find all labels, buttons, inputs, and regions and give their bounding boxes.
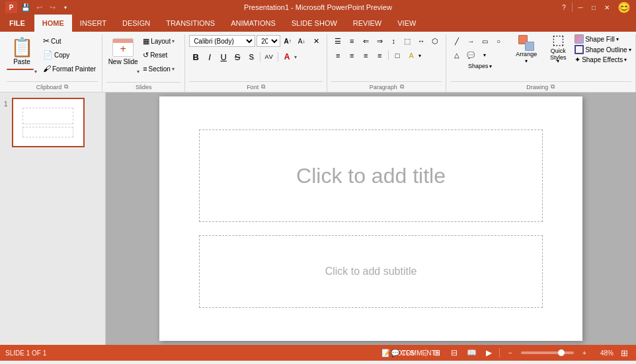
text-fill-arrow[interactable]: ▾ — [418, 53, 421, 59]
callout-shape[interactable]: 💬 — [464, 48, 477, 61]
increase-indent-button[interactable]: ⇒ — [373, 34, 386, 48]
tab-insert[interactable]: INSERT — [72, 15, 114, 32]
font-color-button[interactable]: A — [280, 50, 294, 63]
close-button[interactable]: ✕ — [602, 3, 612, 12]
font-name-select[interactable]: Calibri (Body) — [189, 35, 255, 47]
italic-button[interactable]: I — [203, 50, 216, 63]
quick-styles-arrow[interactable]: ▾ — [557, 58, 559, 64]
title-placeholder[interactable]: Click to add title — [199, 129, 543, 222]
font-size-select[interactable]: 20 — [257, 35, 280, 47]
fit-slide-button[interactable]: ⊞ — [617, 347, 631, 359]
quick-styles-button[interactable]: ⬚ Quick Styles — [546, 34, 570, 58]
arrange-button[interactable]: Arrange — [514, 34, 538, 58]
shadow-text-button[interactable]: □ — [391, 49, 404, 62]
tab-design[interactable]: DESIGN — [114, 15, 158, 32]
justify-button[interactable]: ≡ — [373, 49, 386, 62]
minimize-button[interactable]: ─ — [575, 3, 586, 12]
drawing-launcher[interactable]: ⧉ — [551, 83, 555, 91]
arrow-shape[interactable]: → — [464, 34, 477, 48]
canvas-area: Click to add title Click to add subtitle — [106, 92, 636, 345]
bold-button[interactable]: B — [189, 50, 202, 63]
slideshow-button[interactable]: ▶ — [482, 347, 495, 359]
oval-shape[interactable]: ○ — [492, 34, 505, 48]
clipboard-launcher[interactable]: ⧉ — [64, 83, 68, 91]
thumb-subtitle — [22, 127, 73, 137]
font-launcher[interactable]: ⧉ — [261, 83, 265, 91]
subtitle-placeholder[interactable]: Click to add subtitle — [199, 235, 543, 308]
zoom-in-button[interactable]: + — [578, 347, 591, 359]
drawing-group-content: ╱ → ▭ ○ △ 💬 ▾ Shapes ▾ — [450, 34, 631, 80]
shadow-button[interactable]: S — [245, 50, 258, 63]
para-sep — [388, 51, 389, 60]
quick-styles-icon: ⬚ — [552, 32, 565, 48]
clear-formatting-button[interactable]: ✕ — [309, 34, 323, 48]
new-slide-arrow[interactable]: ▾ — [106, 69, 139, 75]
align-center-button[interactable]: ≡ — [345, 49, 358, 62]
save-button[interactable]: 💾 — [20, 1, 32, 13]
normal-view-button[interactable]: ⊞ — [430, 347, 444, 359]
strikethrough-button[interactable]: S — [231, 50, 244, 63]
reading-view-button[interactable]: 📖 — [465, 347, 478, 359]
decrease-font-button[interactable]: A↓ — [295, 34, 308, 48]
bullets-button[interactable]: ☰ — [331, 34, 344, 48]
reset-button[interactable]: ↺ Reset — [141, 48, 180, 61]
decrease-indent-button[interactable]: ⇐ — [359, 34, 372, 48]
paragraph-row1: ☰ ≡ ⇐ ⇒ ↕ ⬚ ↔ ⬡ — [331, 34, 442, 48]
text-fill-button[interactable]: A — [405, 49, 418, 62]
arrange-arrow[interactable]: ▾ — [525, 58, 528, 64]
restore-button[interactable]: □ — [588, 3, 599, 12]
arrange-icon — [518, 35, 534, 51]
layout-button[interactable]: ▦ Layout ▾ — [141, 34, 180, 48]
shape-effects-button[interactable]: ✦ Shape Effects ▾ — [575, 55, 631, 64]
font-color-arrow[interactable]: ▾ — [294, 54, 297, 60]
shape-outline-button[interactable]: Shape Outline ▾ — [575, 45, 631, 54]
text-direction-button[interactable]: ↔ — [415, 34, 428, 48]
tab-review[interactable]: REVIEW — [345, 15, 389, 32]
tab-file[interactable]: FILE — [0, 15, 34, 32]
underline-button[interactable]: U — [217, 50, 230, 63]
convert-smartart-button[interactable]: ⬡ — [428, 34, 442, 48]
shape-effects-arrow[interactable]: ▾ — [624, 57, 627, 63]
zoom-out-button[interactable]: − — [504, 347, 517, 359]
shape-fill-arrow[interactable]: ▾ — [616, 36, 619, 42]
quick-styles-area: ⬚ Quick Styles ▾ — [543, 34, 573, 64]
undo-button[interactable]: ↩ — [33, 1, 45, 13]
help-button[interactable]: ? — [559, 3, 569, 12]
tab-slideshow[interactable]: SLIDE SHOW — [284, 15, 345, 32]
line-shape[interactable]: ╱ — [450, 34, 463, 48]
tab-view[interactable]: VIEW — [389, 15, 424, 32]
paste-button[interactable]: 📋 Paste — [7, 34, 37, 69]
numbering-button[interactable]: ≡ — [345, 34, 358, 48]
paragraph-launcher[interactable]: ⧉ — [400, 83, 404, 91]
slide-sorter-button[interactable]: ⊟ — [448, 347, 461, 359]
paste-dropdown-arrow[interactable]: ▾ — [34, 69, 37, 75]
align-left-button[interactable]: ≡ — [331, 49, 344, 62]
cut-button[interactable]: ✂ Cut — [41, 34, 98, 48]
tab-transitions[interactable]: TRANSITIONS — [158, 15, 223, 32]
shapes-grid: ╱ → ▭ ○ △ 💬 ▾ — [450, 34, 510, 61]
triangle-shape[interactable]: △ — [450, 48, 463, 61]
columns-button[interactable]: ⬚ — [401, 34, 414, 48]
zoom-thumb[interactable] — [558, 349, 565, 356]
line-spacing-button[interactable]: ↕ — [387, 34, 400, 48]
tab-animations[interactable]: ANIMATIONS — [223, 15, 284, 32]
tab-home[interactable]: HOME — [34, 15, 72, 32]
customize-quick-access[interactable]: ▾ — [60, 1, 71, 13]
align-right-button[interactable]: ≡ — [359, 49, 372, 62]
more-shapes-btn[interactable]: ▾ — [478, 48, 491, 61]
new-slide-button[interactable]: + New Slide — [106, 34, 139, 69]
zoom-slider[interactable] — [521, 351, 574, 354]
shape-fill-button[interactable]: Shape Fill ▾ — [575, 34, 631, 44]
comments-button[interactable]: 💬 COMMENTS — [409, 347, 422, 359]
shape-outline-arrow[interactable]: ▾ — [629, 47, 631, 53]
shapes-arrow[interactable]: ▾ — [489, 63, 492, 69]
section-button[interactable]: ≡ Section ▾ — [141, 62, 180, 75]
rect-shape[interactable]: ▭ — [478, 34, 491, 48]
slide-thumbnail[interactable] — [12, 98, 85, 147]
char-spacing-button[interactable]: AV — [262, 50, 276, 63]
increase-font-button[interactable]: A↑ — [281, 34, 294, 48]
format-painter-button[interactable]: 🖌 Format Painter — [41, 62, 98, 75]
redo-button[interactable]: ↪ — [46, 1, 58, 13]
status-right: 📝 NOTES 💬 COMMENTS ⊞ ⊟ 📖 ▶ − + 48% ⊞ — [391, 347, 631, 359]
copy-button[interactable]: 📄 Copy — [41, 48, 98, 61]
